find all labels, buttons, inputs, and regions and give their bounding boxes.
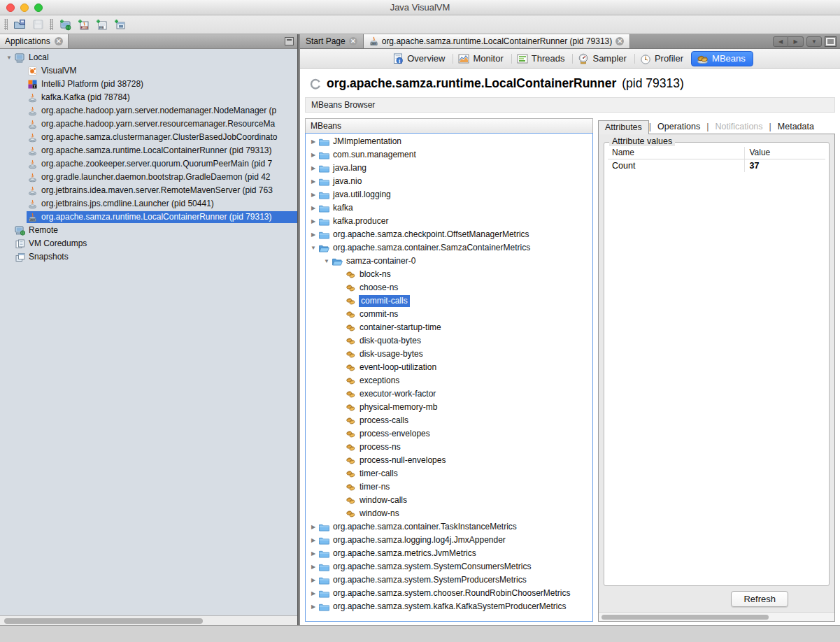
next-tab-button[interactable]: ▶ [788, 36, 804, 47]
mbean-tree-item[interactable]: ▶org.apache.samza.checkpoint.OffsetManag… [306, 228, 592, 241]
tree-expand-toggle-icon[interactable]: ▶ [308, 590, 318, 597]
mbean-tree-item[interactable]: ▶org.apache.samza.system.chooser.RoundRo… [306, 587, 592, 600]
tree-expand-toggle-icon[interactable]: ▶ [308, 231, 318, 238]
mbean-tree-item[interactable]: ▶org.apache.samza.system.SystemProducers… [306, 573, 592, 587]
application-tree-item[interactable]: VM Coredumps [0, 237, 297, 250]
add-jmx-connection-button[interactable]: JMX [74, 17, 92, 33]
close-icon[interactable]: ✕ [615, 37, 624, 45]
mbean-tree-item[interactable]: window-calls [306, 494, 592, 507]
tree-expand-toggle-icon[interactable]: ▶ [308, 564, 318, 570]
view-tab-overview[interactable]: iOverview [387, 51, 453, 66]
mbean-tree-item[interactable]: ▶org.apache.samza.logging.log4j.JmxAppen… [306, 534, 592, 547]
application-tree-item[interactable]: org.apache.samza.clustermanager.ClusterB… [0, 131, 297, 144]
tab-operations[interactable]: Operations [651, 120, 706, 134]
application-tree-item[interactable]: org.gradle.launcher.daemon.bootstrap.Gra… [0, 171, 297, 184]
application-tree-item[interactable]: VisualVM [0, 64, 297, 78]
column-header-value[interactable]: Value [745, 147, 825, 159]
mbean-tree-item[interactable]: disk-quota-bytes [306, 334, 592, 348]
view-tab-threads[interactable]: Threads [511, 51, 573, 66]
application-tree-item[interactable]: ▼Local [0, 51, 297, 64]
tab-metadata[interactable]: Metadata [771, 120, 820, 134]
mbean-tree-item[interactable]: disk-usage-bytes [306, 348, 592, 361]
tree-expand-toggle-icon[interactable]: ▶ [308, 537, 318, 543]
mbean-tree-item[interactable]: window-ns [306, 507, 592, 520]
tree-expand-toggle-icon[interactable]: ▶ [308, 152, 318, 158]
attribute-row[interactable]: Count37 [608, 159, 825, 173]
mbean-tree-item[interactable]: choose-ns [306, 281, 592, 294]
tree-expand-toggle-icon[interactable]: ▶ [308, 205, 318, 211]
mbean-tree-item[interactable]: process-calls [306, 414, 592, 427]
tree-collapse-toggle-icon[interactable]: ▼ [322, 258, 332, 264]
application-tree-item[interactable]: org.jetbrains.idea.maven.server.RemoteMa… [0, 184, 297, 197]
view-tab-sampler[interactable]: Sampler [572, 51, 634, 66]
mbean-tree-item[interactable]: ▶kafka [306, 201, 592, 215]
tree-expand-toggle-icon[interactable]: ▶ [308, 165, 318, 171]
mbean-tree-item[interactable]: process-null-envelopes [306, 454, 592, 467]
mbean-tree-item[interactable]: process-ns [306, 441, 592, 454]
tree-expand-toggle-icon[interactable]: ▶ [308, 218, 318, 224]
add-application-button[interactable] [56, 17, 74, 33]
mbean-tree-item[interactable]: ▶com.sun.management [306, 148, 592, 162]
application-tree-item[interactable]: org.apache.zookeeper.server.quorum.Quoru… [0, 157, 297, 171]
applications-horizontal-scrollbar[interactable] [0, 615, 297, 625]
mbean-tree-item[interactable]: physical-memory-mb [306, 401, 592, 414]
mbean-tree-item[interactable]: ▶java.nio [306, 175, 592, 188]
mbean-tree-item[interactable]: ▼samza-container-0 [306, 255, 592, 268]
mbean-tree-item[interactable]: timer-ns [306, 480, 592, 494]
view-tab-monitor[interactable]: Monitor [453, 51, 511, 66]
view-tab-profiler[interactable]: Profiler [634, 51, 691, 66]
attributes-horizontal-scrollbar[interactable] [599, 612, 834, 621]
scrollbar-thumb[interactable] [4, 618, 203, 624]
application-tree-item[interactable]: Remote [0, 224, 297, 237]
application-tree-item[interactable]: org.jetbrains.jps.cmdline.Launcher (pid … [0, 197, 297, 211]
mbean-tree-item[interactable]: ▶kafka.producer [306, 215, 592, 228]
tree-expand-toggle-icon[interactable]: ▶ [308, 604, 318, 610]
mbean-tree-item[interactable]: executor-work-factor [306, 387, 592, 401]
mbean-tree-item[interactable]: container-startup-time [306, 321, 592, 334]
refresh-button[interactable]: Refresh [731, 591, 788, 607]
document-tab[interactable]: JMXorg.apache.samza.runtime.LocalContain… [364, 34, 631, 48]
tab-attributes[interactable]: Attributes [598, 120, 649, 134]
view-tab-mbeans[interactable]: MBeans [691, 51, 753, 66]
tree-collapse-toggle-icon[interactable]: ▼ [4, 55, 14, 61]
mbean-tree-item[interactable]: exceptions [306, 374, 592, 387]
mbean-tree-item[interactable]: block-ns [306, 268, 592, 281]
tree-expand-toggle-icon[interactable]: ▶ [308, 178, 318, 185]
application-tree-item[interactable]: Snapshots [0, 250, 297, 264]
previous-tab-button[interactable]: ◀ [773, 36, 788, 47]
mbean-tree-item[interactable]: ▶org.apache.samza.container.TaskInstance… [306, 520, 592, 534]
tree-expand-toggle-icon[interactable]: ▶ [308, 524, 318, 530]
add-snapshot-button[interactable] [111, 17, 129, 33]
scrollbar-thumb[interactable] [601, 615, 769, 620]
minimize-window-button[interactable] [20, 3, 29, 12]
tree-expand-toggle-icon[interactable]: ▶ [308, 550, 318, 557]
mbean-tree-item[interactable]: ▶JMImplementation [306, 135, 592, 148]
tree-expand-toggle-icon[interactable]: ▶ [308, 577, 318, 583]
application-tree-item[interactable]: org.apache.samza.runtime.LocalContainerR… [0, 144, 297, 157]
close-window-button[interactable] [6, 3, 15, 12]
mbean-tree-item[interactable]: ▶java.util.logging [306, 188, 592, 201]
column-header-name[interactable]: Name [608, 147, 745, 159]
float-window-icon[interactable] [285, 37, 294, 45]
application-tree-item[interactable]: IntelliJ Platform (pid 38728) [0, 78, 297, 91]
tree-expand-toggle-icon[interactable]: ▶ [308, 192, 318, 198]
mbean-tree-item[interactable]: ▶java.lang [306, 162, 592, 175]
mbean-tree-item[interactable]: ▶org.apache.samza.metrics.JvmMetrics [306, 547, 592, 560]
mbean-tree-item[interactable]: ▶org.apache.samza.system.kafka.KafkaSyst… [306, 600, 592, 613]
tree-collapse-toggle-icon[interactable]: ▼ [308, 245, 318, 251]
application-tree-item[interactable]: org.apache.hadoop.yarn.server.resourcema… [0, 117, 297, 131]
close-icon[interactable]: ✕ [349, 37, 357, 45]
close-icon[interactable]: ✕ [55, 37, 63, 45]
maximize-view-button[interactable] [825, 36, 837, 47]
application-tree-item[interactable]: kafka.Kafka (pid 78784) [0, 91, 297, 104]
document-tab[interactable]: Start Page✕ [300, 34, 364, 48]
tree-expand-toggle-icon[interactable]: ▶ [308, 138, 318, 145]
mbean-tree-item[interactable]: commit-ns [306, 308, 592, 321]
tab-list-dropdown-button[interactable]: ▼ [806, 36, 822, 47]
zoom-window-button[interactable] [34, 3, 43, 12]
mbean-tree-item[interactable]: process-envelopes [306, 427, 592, 441]
mbean-tree-item[interactable]: timer-calls [306, 467, 592, 480]
mbean-tree-item[interactable]: commit-calls [306, 294, 592, 308]
open-file-button[interactable] [10, 17, 29, 33]
mbean-tree-item[interactable]: event-loop-utilization [306, 361, 592, 374]
